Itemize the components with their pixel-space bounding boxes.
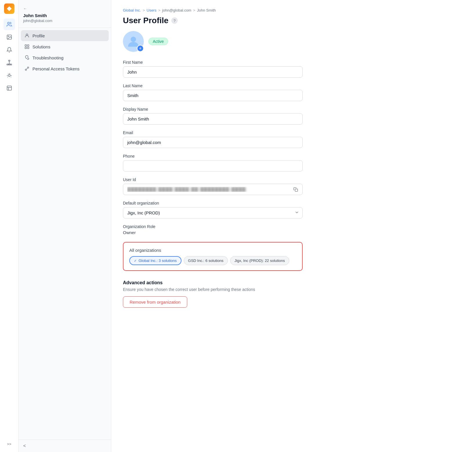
breadcrumb-name: John Smith xyxy=(197,8,216,12)
phone-input[interactable] xyxy=(123,160,303,172)
svg-line-22 xyxy=(27,68,28,69)
all-orgs-box: All organizations ✓ Global Inc.: 3 solut… xyxy=(123,242,303,271)
nav-icon-chart[interactable] xyxy=(3,82,15,94)
breadcrumb-sep-1: > xyxy=(143,8,145,12)
avatar-container: + xyxy=(123,31,144,52)
sidebar-user-name: John Smith xyxy=(23,13,106,18)
svg-point-20 xyxy=(25,69,27,71)
svg-marker-0 xyxy=(7,6,12,11)
user-id-input[interactable] xyxy=(123,184,303,195)
org-chip-jigx-label: Jigx, Inc (PROD): 22 solutions xyxy=(235,258,285,263)
sidebar-item-solutions[interactable]: Solutions xyxy=(21,41,109,52)
last-name-input[interactable] xyxy=(123,90,303,101)
solutions-icon xyxy=(24,44,30,49)
org-chip-global[interactable]: ✓ Global Inc.: 3 solutions xyxy=(129,256,181,265)
svg-point-1 xyxy=(8,22,10,24)
org-role-value: Owner xyxy=(123,230,303,235)
svg-rect-4 xyxy=(8,60,10,61)
sidebar-header: ← John Smith john@global.com xyxy=(19,0,111,28)
org-chip-global-label: Global Inc.: 3 solutions xyxy=(139,258,177,263)
copy-icon xyxy=(293,187,298,192)
avatar-row: + Active xyxy=(123,31,303,52)
troubleshooting-icon xyxy=(24,55,30,60)
nav-icon-image[interactable] xyxy=(3,31,15,43)
sidebar-item-tokens[interactable]: Personal Access Tokens xyxy=(21,63,109,74)
app-logo[interactable] xyxy=(4,3,14,14)
advanced-actions-section: Advanced actions Ensure you have chosen … xyxy=(123,280,303,308)
user-id-wrapper xyxy=(123,184,303,195)
phone-label: Phone xyxy=(123,154,303,158)
icon-bar: >> xyxy=(0,0,19,452)
org-chip-gsd[interactable]: GSD Inc.: 6 solutions xyxy=(184,256,228,265)
sidebar-collapse[interactable]: < xyxy=(19,440,111,452)
breadcrumb-users[interactable]: Users xyxy=(147,8,157,12)
default-org-select[interactable]: Jigx, Inc (PROD) Global Inc. GSD Inc. xyxy=(123,207,303,218)
nav-icon-bug[interactable] xyxy=(3,70,15,81)
page-title: User Profile xyxy=(123,16,168,25)
org-role-group: Organization Role Owner xyxy=(123,224,303,235)
nav-icon-users[interactable] xyxy=(3,19,15,30)
svg-rect-17 xyxy=(25,47,26,49)
sidebar-item-troubleshooting-label: Troubleshooting xyxy=(32,55,63,60)
copy-button[interactable] xyxy=(292,185,300,194)
remove-from-org-button[interactable]: Remove from organization xyxy=(123,296,187,308)
org-chip-jigx[interactable]: Jigx, Inc (PROD): 22 solutions xyxy=(230,256,289,265)
svg-rect-24 xyxy=(295,189,298,192)
svg-point-21 xyxy=(28,67,29,68)
back-button[interactable]: ← xyxy=(23,6,27,11)
main-content: Global Inc. > Users > john@global.com > … xyxy=(111,0,476,452)
phone-group: Phone xyxy=(123,154,303,172)
default-org-group: Default organization Jigx, Inc (PROD) Gl… xyxy=(123,201,303,218)
breadcrumb-sep-3: > xyxy=(193,8,195,12)
sidebar-user-email: john@global.com xyxy=(23,19,106,23)
first-name-label: First Name xyxy=(123,60,303,65)
org-chip-gsd-label: GSD Inc.: 6 solutions xyxy=(188,258,224,263)
email-input[interactable] xyxy=(123,137,303,148)
nav-icon-hierarchy[interactable] xyxy=(3,57,15,68)
display-name-input[interactable] xyxy=(123,113,303,125)
page-title-row: User Profile ? xyxy=(123,16,303,25)
nav-icon-bell[interactable] xyxy=(3,44,15,56)
email-label: Email xyxy=(123,130,303,135)
advanced-actions-title: Advanced actions xyxy=(123,280,303,285)
status-badge: Active xyxy=(148,38,168,45)
sidebar-item-troubleshooting[interactable]: Troubleshooting xyxy=(21,52,109,63)
expand-toggle[interactable]: >> xyxy=(2,440,16,449)
svg-rect-16 xyxy=(28,45,29,46)
sidebar-item-profile[interactable]: Profile xyxy=(21,30,109,41)
breadcrumb-sep-2: > xyxy=(158,8,161,12)
last-name-group: Last Name xyxy=(123,83,303,101)
help-icon[interactable]: ? xyxy=(171,17,178,24)
default-org-select-wrapper: Jigx, Inc (PROD) Global Inc. GSD Inc. xyxy=(123,207,303,218)
org-role-label: Organization Role xyxy=(123,224,303,229)
email-group: Email xyxy=(123,130,303,148)
display-name-group: Display Name xyxy=(123,107,303,125)
sidebar-item-solutions-label: Solutions xyxy=(32,44,50,49)
svg-point-3 xyxy=(8,36,8,37)
all-orgs-title: All organizations xyxy=(129,248,296,253)
svg-point-10 xyxy=(8,75,10,77)
svg-rect-15 xyxy=(25,45,26,46)
advanced-actions-desc: Ensure you have chosen the correct user … xyxy=(123,287,303,292)
tokens-icon xyxy=(24,66,30,71)
svg-point-23 xyxy=(131,37,136,42)
last-name-label: Last Name xyxy=(123,83,303,88)
breadcrumb-global[interactable]: Global Inc. xyxy=(123,8,141,12)
display-name-label: Display Name xyxy=(123,107,303,112)
sidebar: ← John Smith john@global.com Profile Sol… xyxy=(19,0,111,452)
avatar-add-button[interactable]: + xyxy=(137,45,144,52)
default-org-label: Default organization xyxy=(123,201,303,205)
sidebar-nav: Profile Solutions Troubleshooting Person… xyxy=(19,28,111,440)
first-name-input[interactable] xyxy=(123,66,303,78)
user-id-label: User Id xyxy=(123,177,303,182)
breadcrumb: Global Inc. > Users > john@global.com > … xyxy=(123,8,303,12)
svg-rect-11 xyxy=(7,86,11,90)
profile-icon xyxy=(24,33,30,38)
breadcrumb-email: john@global.com xyxy=(162,8,191,12)
first-name-group: First Name xyxy=(123,60,303,78)
user-id-group: User Id xyxy=(123,177,303,195)
sidebar-item-profile-label: Profile xyxy=(32,33,45,38)
orgs-chips: ✓ Global Inc.: 3 solutions GSD Inc.: 6 s… xyxy=(129,256,296,265)
svg-rect-18 xyxy=(28,47,29,49)
sidebar-item-tokens-label: Personal Access Tokens xyxy=(32,66,79,71)
